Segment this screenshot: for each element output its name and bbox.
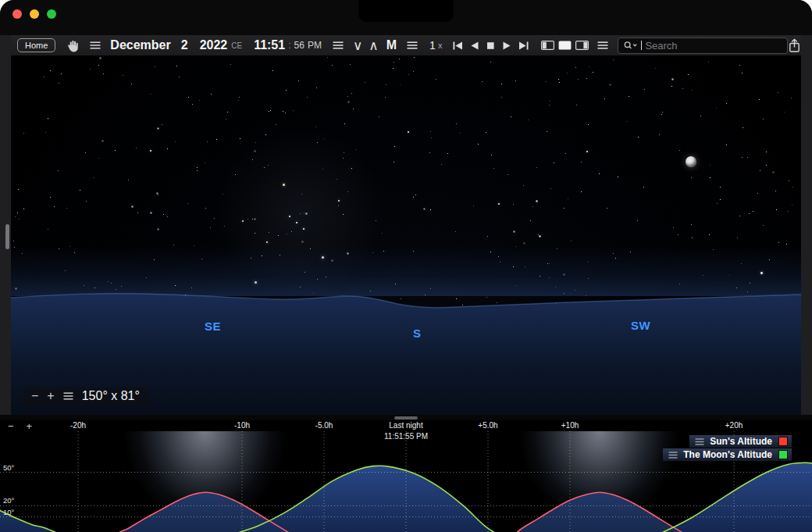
app-window: Home December 2 2022 CE 11:51 : 56 PM ∨ … bbox=[0, 0, 812, 532]
graph-zoom-in-button[interactable]: + bbox=[27, 420, 33, 432]
fov-zoom-out-button[interactable]: − bbox=[31, 390, 38, 402]
x-tick-label: -20h bbox=[70, 421, 86, 430]
main-toolbar: Home December 2 2022 CE 11:51 : 56 PM ∨ … bbox=[11, 35, 801, 56]
legend-series-label: The Moon's Altitude bbox=[683, 449, 772, 460]
x-tick-label: +10h bbox=[561, 421, 579, 430]
layout-right-panel-icon[interactable] bbox=[575, 41, 589, 50]
compass-label-se: SE bbox=[205, 320, 221, 333]
date-month[interactable]: December bbox=[110, 38, 170, 52]
layout-left-panel-icon[interactable] bbox=[541, 41, 554, 50]
view-menu-icon[interactable] bbox=[597, 41, 608, 49]
graph-zoom-controls: − + bbox=[8, 420, 32, 432]
date-era[interactable]: CE bbox=[231, 41, 242, 50]
time-menu-icon[interactable] bbox=[333, 41, 344, 49]
legend-row[interactable]: Sun's Altitude bbox=[689, 435, 792, 448]
y-tick-label: 50° bbox=[3, 463, 14, 472]
legend-drag-handle-icon[interactable] bbox=[668, 452, 678, 459]
time-separator: : bbox=[288, 40, 290, 51]
legend-drag-handle-icon[interactable] bbox=[695, 438, 704, 445]
stop-icon[interactable] bbox=[486, 41, 496, 50]
y-tick-label: 10° bbox=[3, 508, 14, 516]
playback-speed-value[interactable]: 1 bbox=[429, 39, 436, 52]
layout-center-panel-icon[interactable] bbox=[558, 41, 572, 50]
horizon-silhouette bbox=[11, 56, 801, 415]
step-down-chevron-icon[interactable]: ∨ bbox=[353, 37, 362, 54]
legend-color-swatch bbox=[778, 437, 788, 446]
search-icon bbox=[623, 41, 638, 50]
search-input[interactable] bbox=[645, 40, 782, 52]
altitude-graph-panel[interactable]: − + -20h-10h-5.0hLast night+5.0h+10h+20h… bbox=[0, 420, 812, 532]
pan-hand-icon[interactable] bbox=[66, 39, 79, 52]
x-tick-label: -5.0h bbox=[315, 421, 333, 430]
skip-to-end-icon[interactable] bbox=[518, 41, 529, 50]
compass-label-s: S bbox=[413, 327, 422, 340]
x-tick-label: Last night bbox=[389, 421, 422, 430]
step-up-chevron-icon[interactable]: ∧ bbox=[369, 37, 378, 54]
time-hours-minutes[interactable]: 11:51 bbox=[254, 38, 285, 52]
moon[interactable] bbox=[686, 156, 696, 167]
minimize-window-button[interactable] bbox=[30, 9, 39, 19]
x-tick-label: +20h bbox=[725, 421, 743, 430]
skip-to-start-icon[interactable] bbox=[453, 41, 463, 50]
close-window-button[interactable] bbox=[12, 9, 22, 19]
date-day[interactable]: 2 bbox=[181, 38, 188, 52]
window-edge-grip[interactable] bbox=[5, 224, 9, 249]
y-tick-label: 20° bbox=[3, 496, 14, 505]
date-year[interactable]: 2022 bbox=[200, 38, 228, 52]
compass-label-sw: SW bbox=[631, 319, 650, 332]
play-reverse-icon[interactable] bbox=[469, 41, 479, 50]
legend-color-swatch bbox=[778, 450, 788, 459]
date-menu-icon[interactable] bbox=[90, 41, 101, 49]
panel-divider bbox=[0, 415, 812, 420]
fov-zoom-in-button[interactable]: + bbox=[47, 390, 54, 402]
window-controls bbox=[12, 9, 56, 19]
graph-legend: Sun's AltitudeThe Moon's Altitude bbox=[663, 435, 792, 461]
time-ampm[interactable]: PM bbox=[308, 40, 322, 51]
time-seconds[interactable]: 56 bbox=[294, 40, 304, 51]
share-icon[interactable] bbox=[788, 38, 801, 53]
text-cursor bbox=[641, 41, 642, 50]
panel-resize-handle[interactable] bbox=[394, 416, 418, 420]
graph-zoom-out-button[interactable]: − bbox=[8, 420, 14, 432]
playback-menu-icon[interactable] bbox=[407, 41, 418, 49]
fov-control: − + 150° x 81° bbox=[23, 387, 149, 406]
legend-row[interactable]: The Moon's Altitude bbox=[663, 448, 792, 461]
titlebar bbox=[0, 0, 812, 35]
playback-speed-unit: x bbox=[438, 41, 443, 50]
fov-value: 150° x 81° bbox=[82, 389, 140, 403]
current-time-label: 11:51:55 PM bbox=[384, 432, 428, 441]
zoom-window-button[interactable] bbox=[47, 9, 56, 19]
search-field[interactable] bbox=[618, 37, 788, 54]
play-icon[interactable] bbox=[502, 41, 512, 50]
x-tick-label: +5.0h bbox=[478, 421, 497, 430]
sky-view[interactable]: SE S SW − + 150° x 81° bbox=[11, 56, 801, 415]
m-toggle-button[interactable]: M bbox=[386, 38, 397, 52]
camera-notch bbox=[358, 0, 454, 22]
legend-series-label: Sun's Altitude bbox=[710, 436, 772, 447]
home-button[interactable]: Home bbox=[17, 38, 55, 52]
x-tick-label: -10h bbox=[234, 421, 250, 430]
fov-menu-icon[interactable] bbox=[63, 392, 73, 400]
